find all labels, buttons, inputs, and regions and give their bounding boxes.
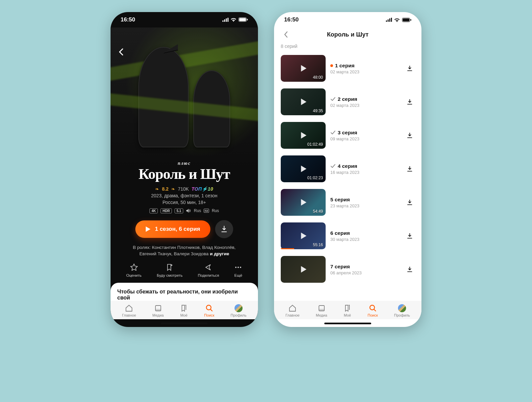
episode-download-button[interactable]: [405, 199, 415, 205]
episode-duration: 01:02:23: [307, 176, 323, 180]
play-icon: [299, 265, 308, 274]
episode-row[interactable]: 49:35 2 серия 02 марта 2023: [281, 85, 415, 119]
episode-row[interactable]: 7 серия 06 апреля 2023: [281, 253, 415, 286]
download-button[interactable]: [215, 220, 233, 238]
episode-row[interactable]: 54:49 5 серия 23 марта 2023: [281, 186, 415, 219]
episode-thumbnail[interactable]: 54:49: [281, 189, 326, 216]
download-icon: [407, 199, 413, 205]
share-action[interactable]: Поделиться: [198, 263, 219, 277]
rating-value: 8.2: [162, 186, 168, 192]
watch-action[interactable]: Буду смотреть: [157, 263, 183, 277]
episode-title: 4 серия: [338, 163, 357, 169]
cast-prefix: В ролях:: [133, 245, 152, 250]
svg-rect-23: [403, 18, 409, 21]
wifi-icon: [394, 18, 400, 22]
episode-thumbnail[interactable]: 01:02:49: [281, 122, 326, 149]
episode-row[interactable]: 48:00 1 серия 02 марта 2023: [281, 52, 415, 85]
play-icon: [299, 164, 308, 173]
play-icon: [299, 131, 308, 140]
episode-thumbnail[interactable]: 48:00: [281, 55, 326, 82]
subtitles-icon: [204, 209, 209, 213]
episode-date: 02 марта 2023: [330, 103, 400, 108]
tab-profile[interactable]: Профиль: [230, 304, 247, 317]
badge-51: 5.1: [175, 208, 183, 213]
episode-title: 6 серия: [330, 230, 350, 236]
rate-action[interactable]: Оценить: [126, 263, 142, 277]
tab-profile-label: Профиль: [394, 313, 410, 317]
episode-download-button[interactable]: [405, 233, 415, 239]
home-indicator[interactable]: [161, 323, 208, 324]
tab-home[interactable]: Главное: [122, 304, 136, 317]
audio-lang: Rus: [194, 208, 201, 213]
download-icon: [407, 233, 413, 239]
svg-point-27: [370, 305, 375, 310]
episode-download-button[interactable]: [405, 99, 415, 105]
rating-row: ❧ 8.2 ❧ 710K ТОП⚡10: [119, 186, 250, 192]
episode-download-button[interactable]: [405, 266, 415, 272]
tab-media[interactable]: Медиа: [152, 304, 164, 317]
episode-thumbnail[interactable]: 49:35: [281, 88, 326, 115]
episode-row[interactable]: 01:02:23 4 серия 16 марта 2023: [281, 152, 415, 186]
check-icon: [330, 96, 336, 102]
tab-mine[interactable]: Моё: [343, 304, 351, 317]
screen-header: Король и Шут: [274, 27, 421, 43]
hero-figures: [137, 40, 231, 147]
more-label: Ещё: [235, 273, 243, 277]
download-icon: [221, 226, 227, 232]
svg-rect-0: [222, 20, 223, 22]
status-time: 16:50: [284, 16, 298, 23]
home-indicator[interactable]: [324, 323, 371, 324]
episode-download-button[interactable]: [405, 132, 415, 138]
laurel-icon: ❧: [155, 186, 159, 192]
wifi-icon: [230, 17, 237, 22]
tab-mine-label: Моё: [344, 313, 351, 317]
svg-rect-26: [319, 309, 324, 311]
episode-download-button[interactable]: [405, 65, 415, 71]
download-icon: [407, 166, 413, 172]
svg-rect-1: [224, 19, 225, 22]
check-icon: [330, 163, 336, 169]
tab-home[interactable]: Главное: [285, 304, 300, 317]
back-button[interactable]: [280, 29, 291, 40]
hero-art: [111, 27, 258, 168]
episode-title: 1 серия: [335, 63, 354, 69]
play-icon: [299, 64, 308, 73]
current-dot-icon: [330, 64, 333, 67]
svg-rect-3: [227, 18, 228, 22]
tab-mine[interactable]: Моё: [180, 304, 188, 317]
tab-search[interactable]: Поиск: [368, 304, 378, 317]
svg-point-17: [206, 305, 211, 310]
tab-media-label: Медиа: [152, 313, 164, 317]
svg-rect-10: [205, 211, 206, 212]
svg-rect-16: [155, 309, 161, 311]
svg-rect-2: [226, 18, 227, 22]
play-button[interactable]: 1 сезон, 6 серия: [135, 220, 210, 238]
svg-rect-18: [386, 20, 387, 22]
cast-more[interactable]: и другие: [210, 251, 229, 256]
media-icon: [154, 304, 162, 312]
back-button[interactable]: [115, 46, 127, 58]
brand-label: плюс: [119, 161, 250, 166]
episode-list[interactable]: 48:00 1 серия 02 марта 2023 49:35 2 сери…: [274, 52, 421, 301]
episode-download-button[interactable]: [405, 166, 415, 172]
episode-row[interactable]: 55:16 6 серия 30 марта 2023: [281, 219, 415, 253]
svg-rect-20: [389, 18, 390, 22]
episode-row[interactable]: 01:02:49 3 серия 09 марта 2023: [281, 119, 415, 152]
play-icon: [299, 198, 308, 207]
tab-bar: Главное Медиа Моё Поиск Профиль: [111, 301, 258, 319]
tab-search[interactable]: Поиск: [204, 304, 214, 317]
episode-info: 7 серия 06 апреля 2023: [330, 264, 400, 275]
tab-profile[interactable]: Профиль: [394, 304, 410, 317]
svg-rect-8: [205, 210, 206, 211]
episode-thumbnail[interactable]: 55:16: [281, 222, 326, 249]
search-icon: [369, 304, 377, 312]
action-row: Оценить Буду смотреть Поделиться Ещё: [111, 257, 258, 280]
episode-thumbnail[interactable]: [281, 256, 326, 283]
episode-info: 1 серия 02 марта 2023: [330, 63, 400, 74]
more-action[interactable]: Ещё: [234, 263, 242, 277]
sub-lang: Rus: [212, 208, 219, 213]
episode-thumbnail[interactable]: 01:02:23: [281, 155, 326, 182]
episode-title: 2 серия: [338, 96, 357, 102]
tab-media[interactable]: Медиа: [316, 304, 327, 317]
tab-search-label: Поиск: [204, 313, 214, 317]
